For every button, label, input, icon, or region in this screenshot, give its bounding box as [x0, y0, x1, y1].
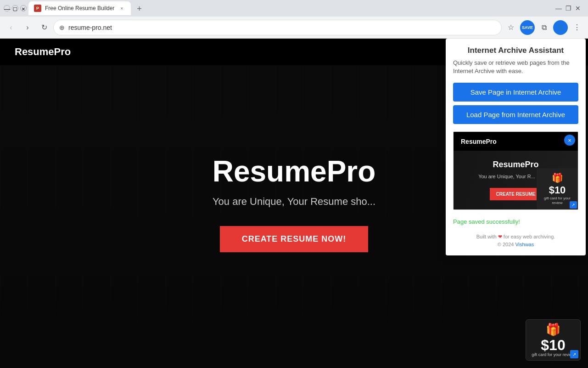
back-icon: ‹ — [10, 23, 12, 32]
menu-button[interactable]: ⋮ — [570, 20, 584, 35]
footer-link[interactable]: Vishwas — [515, 242, 534, 247]
tab-close-button[interactable]: × — [118, 5, 125, 12]
mini-site: ResumePro ≡ ResumePro You are Unique, Yo… — [454, 132, 578, 209]
browser-frame: — □ × P Free Online Resume Builder × + —… — [0, 0, 588, 368]
title-bar: — □ × P Free Online Resume Builder × + —… — [0, 0, 588, 17]
hero-subtitle: You are Unique, Your Resume sho... — [213, 196, 375, 208]
site-logo: ResumePro — [15, 46, 71, 58]
load-page-button[interactable]: Load Page from Internet Archive — [453, 105, 578, 124]
browser-toolbar: ‹ › ↻ ⊕ resume-pro.net ☆ SAVE ⧉ 👤 — [0, 17, 588, 39]
forward-icon: › — [26, 23, 28, 32]
extensions-button[interactable]: ⧉ — [537, 20, 551, 35]
create-resume-button[interactable]: CREATE RESUME NOW! — [220, 226, 369, 252]
mini-logo: ResumePro — [461, 138, 497, 145]
main-area: ResumePro Templates Login ResumePro You … — [0, 39, 588, 368]
popup-status: Page saved successfully! — [446, 214, 586, 229]
popup-description: Quickly save or retrieve web pages from … — [453, 59, 578, 75]
big-gift-card: 🎁 $10 gift card for your review ↗ — [526, 319, 581, 361]
window-controls: — □ × — [4, 5, 27, 11]
popup-title: Internet Archive Assistant — [453, 46, 578, 55]
maximize-button[interactable]: □ — [12, 5, 18, 11]
refresh-icon: ↻ — [41, 23, 47, 32]
forward-button[interactable]: › — [20, 20, 35, 35]
minimize-button[interactable]: — — [4, 5, 10, 11]
internet-archive-popup: Internet Archive Assistant Quickly save … — [446, 39, 586, 255]
preview-box: × ResumePro ≡ ResumePro You are Unique, … — [453, 131, 578, 209]
heart-icon: ❤ — [498, 234, 502, 239]
active-tab[interactable]: P Free Online Resume Builder × — [28, 1, 131, 15]
popup-footer: Built with ❤ for easy web archiving. © 2… — [446, 229, 586, 255]
address-bar[interactable]: ⊕ resume-pro.net — [53, 20, 502, 35]
gift-link-icon[interactable]: ↗ — [570, 201, 577, 209]
new-tab-button[interactable]: + — [133, 2, 146, 15]
win-restore-right[interactable]: ❐ — [566, 5, 571, 12]
window-buttons-right: — ❐ ✕ — [555, 5, 584, 12]
tab-bar: P Free Online Resume Builder × + — [27, 1, 555, 15]
gift-amount: $10 — [549, 184, 566, 196]
tab-title: Free Online Resume Builder — [45, 5, 114, 11]
status-text: Page saved successfully! — [453, 218, 520, 225]
save-page-button[interactable]: Save Page in Internet Archive — [453, 83, 578, 102]
menu-icon: ⋮ — [573, 23, 581, 32]
popup-header: Internet Archive Assistant Quickly save … — [446, 39, 586, 79]
gift-card-preview: 🎁 $10 gift card for your review ↗ — [537, 168, 578, 209]
url-text: resume-pro.net — [68, 24, 496, 31]
footer-text-1: Built with — [476, 234, 497, 239]
big-gift-link-icon[interactable]: ↗ — [570, 350, 578, 358]
tab-favicon: P — [34, 5, 41, 12]
profile-icon: 👤 — [557, 24, 565, 31]
mini-create-resume-button[interactable]: CREATE RESUME — [490, 188, 542, 200]
big-gift-amount: $10 — [541, 338, 565, 352]
footer-year: © 2024 — [498, 242, 514, 247]
popup-buttons: Save Page in Internet Archive Load Page … — [446, 79, 586, 128]
security-icon: ⊕ — [59, 24, 65, 31]
big-gift-icon: 🎁 — [546, 323, 560, 337]
save-label: SAVE — [522, 25, 533, 30]
mini-header: ResumePro ≡ — [454, 132, 578, 151]
gift-icon: 🎁 — [552, 172, 563, 183]
extensions-icon: ⧉ — [542, 23, 547, 32]
toolbar-right: ☆ SAVE ⧉ 👤 ⋮ — [504, 20, 584, 35]
footer-text-2: for easy web archiving. — [504, 234, 555, 239]
profile-button[interactable]: 👤 — [553, 20, 568, 35]
hero-title: ResumePro — [213, 154, 376, 188]
bookmark-button[interactable]: ☆ — [504, 20, 518, 35]
win-close-right[interactable]: ✕ — [575, 5, 581, 12]
mini-hero: ResumePro You are Unique, Your R... be T… — [454, 151, 578, 209]
big-gift-label: gift card for your review — [532, 352, 575, 358]
gift-label: gift card for your review — [540, 196, 574, 205]
win-minimize-right[interactable]: — — [555, 5, 562, 12]
refresh-button[interactable]: ↻ — [37, 20, 51, 35]
back-button[interactable]: ‹ — [4, 20, 18, 35]
save-to-archive-button[interactable]: SAVE — [520, 20, 535, 35]
bookmark-icon: ☆ — [508, 23, 514, 32]
window-close-button[interactable]: × — [20, 5, 27, 11]
